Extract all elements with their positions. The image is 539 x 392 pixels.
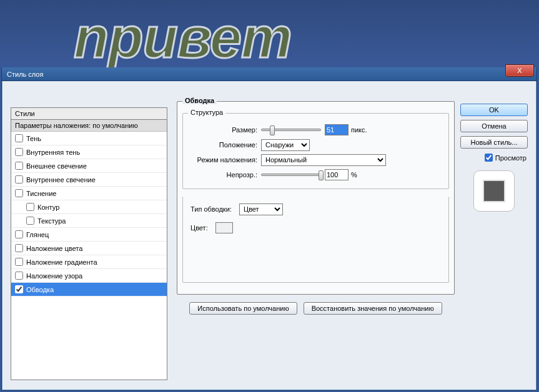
size-label: Размер: (189, 126, 261, 134)
position-label: Положение: (189, 141, 261, 149)
opacity-input[interactable] (325, 169, 349, 180)
structure-title: Структура (188, 109, 225, 116)
position-select[interactable]: Снаружи (261, 139, 310, 151)
style-item-checkbox[interactable] (15, 148, 23, 156)
close-icon: X (517, 67, 522, 74)
default-buttons-row: Использовать по умолчанию Восстановить з… (177, 302, 455, 315)
blend-row: Режим наложения: Нормальный (189, 152, 442, 167)
app-canvas: привет (0, 0, 539, 67)
style-item-label: Внутренняя тень (26, 149, 80, 156)
filltype-label: Тип обводки: (189, 205, 239, 213)
cancel-button[interactable]: Отмена (460, 120, 528, 132)
dialog-body: Стили Параметры наложения: по умолчанию … (2, 81, 537, 390)
style-item-checkbox[interactable] (15, 285, 23, 293)
right-button-column: OK Отмена Новый стиль... Просмотр (460, 104, 528, 212)
color-swatch[interactable] (215, 222, 233, 233)
structure-fieldset: Структура Размер: пикс. Положение: Снару… (182, 113, 449, 189)
style-item-3[interactable]: Внутреннее свечение (11, 173, 167, 187)
use-default-button[interactable]: Использовать по умолчанию (189, 302, 297, 315)
style-item-checkbox[interactable] (26, 203, 34, 211)
style-item-10[interactable]: Наложение узора (11, 269, 167, 283)
style-item-1[interactable]: Внутренняя тень (11, 145, 167, 159)
size-unit: пикс. (349, 126, 367, 134)
dialog-titlebar[interactable]: Стиль слоя X (2, 67, 537, 81)
style-item-4[interactable]: Тиснение (11, 187, 167, 200)
blend-label: Режим наложения: (189, 156, 261, 164)
filltype-row: Тип обводки: Цвет (189, 202, 442, 217)
style-item-8[interactable]: Наложение цвета (11, 242, 167, 255)
style-item-label: Внутреннее свечение (26, 176, 96, 184)
style-item-label: Контур (37, 203, 59, 211)
style-item-7[interactable]: Глянец (11, 228, 167, 242)
style-item-label: Тиснение (26, 190, 56, 197)
style-item-checkbox[interactable] (15, 134, 23, 142)
style-item-9[interactable]: Наложение градиента (11, 255, 167, 269)
size-input[interactable] (325, 124, 349, 135)
fill-fieldset: Тип обводки: Цвет Цвет: (182, 197, 449, 283)
blend-mode-select[interactable]: Нормальный (261, 154, 386, 166)
style-item-5[interactable]: Контур (11, 200, 167, 214)
opacity-label: Непрозр.: (189, 171, 261, 179)
style-item-2[interactable]: Внешнее свечение (11, 159, 167, 173)
style-item-label: Наложение узора (26, 272, 82, 280)
style-item-label: Наложение цвета (26, 245, 82, 252)
opacity-slider[interactable] (261, 174, 321, 176)
stroke-fieldset: Обводка Структура Размер: пикс. Положени… (177, 101, 455, 295)
style-item-checkbox[interactable] (15, 162, 23, 170)
color-row: Цвет: (189, 220, 442, 235)
color-label: Цвет: (189, 224, 215, 232)
preview-checkbox-row[interactable]: Просмотр (460, 154, 528, 162)
canvas-text: привет (74, 5, 292, 71)
style-item-label: Тень (26, 135, 41, 142)
style-item-label: Обводка (26, 286, 54, 293)
style-item-label: Наложение градиента (26, 258, 97, 266)
stroke-title: Обводка (182, 97, 217, 104)
style-item-checkbox[interactable] (15, 244, 23, 252)
layer-style-dialog: Стиль слоя X Стили Параметры наложения: … (1, 67, 537, 391)
dialog-title: Стиль слоя (7, 71, 43, 78)
ok-button[interactable]: OK (460, 104, 528, 116)
opacity-row: Непрозр.: % (189, 167, 442, 182)
size-slider[interactable] (261, 129, 321, 131)
main-settings: Обводка Структура Размер: пикс. Положени… (177, 101, 455, 380)
style-item-checkbox[interactable] (26, 217, 34, 225)
opacity-unit: % (349, 171, 357, 179)
size-row: Размер: пикс. (189, 122, 442, 137)
restore-default-button[interactable]: Восстановить значения по умолчанию (304, 302, 442, 315)
close-button[interactable]: X (505, 64, 534, 77)
blend-options-header[interactable]: Параметры наложения: по умолчанию (11, 120, 167, 132)
preview-thumbnail (473, 170, 515, 212)
style-item-label: Текстура (37, 217, 66, 225)
style-item-0[interactable]: Тень (11, 132, 167, 145)
position-row: Положение: Снаружи (189, 137, 442, 152)
styles-list-panel: Стили Параметры наложения: по умолчанию … (11, 107, 167, 380)
style-item-6[interactable]: Текстура (11, 214, 167, 228)
new-style-button[interactable]: Новый стиль... (460, 136, 528, 149)
style-item-label: Внешнее свечение (26, 162, 87, 170)
style-item-checkbox[interactable] (15, 272, 23, 280)
preview-checkbox[interactable] (485, 154, 493, 162)
style-item-checkbox[interactable] (15, 189, 23, 197)
style-item-checkbox[interactable] (15, 230, 23, 238)
filltype-select[interactable]: Цвет (239, 203, 283, 215)
style-item-checkbox[interactable] (15, 175, 23, 184)
preview-label: Просмотр (495, 154, 527, 162)
style-item-label: Глянец (26, 231, 49, 238)
styles-header[interactable]: Стили (11, 108, 167, 120)
preview-swatch (483, 180, 505, 202)
style-item-11[interactable]: Обводка (11, 283, 167, 296)
style-item-checkbox[interactable] (15, 258, 23, 266)
